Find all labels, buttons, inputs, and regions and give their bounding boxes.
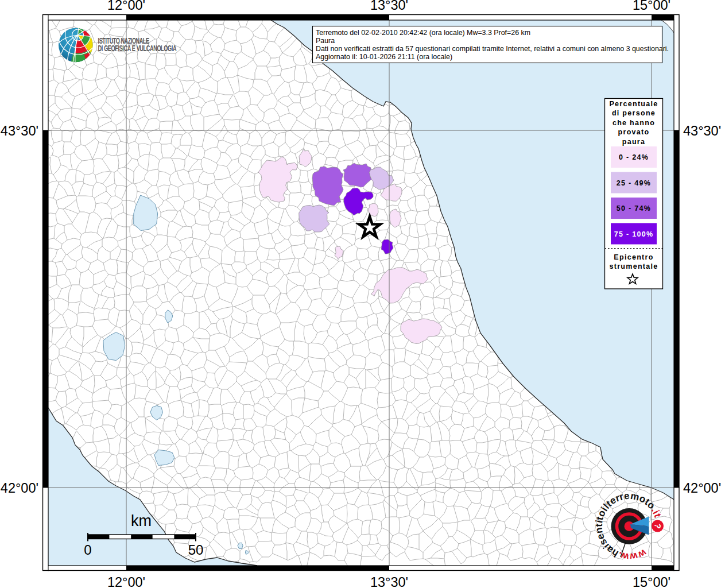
svg-text:12°00': 12°00' — [107, 575, 145, 588]
svg-text:Dati non verificati estratti d: Dati non verificati estratti da 57 quest… — [316, 45, 669, 53]
svg-text:75 - 100%: 75 - 100% — [614, 230, 654, 238]
svg-text:strumentale: strumentale — [609, 262, 658, 270]
svg-text:Percentuale: Percentuale — [609, 100, 658, 108]
svg-text:Terremoto del 02-02-2010 20:42: Terremoto del 02-02-2010 20:42:42 (ora l… — [316, 29, 530, 37]
svg-text:43°30': 43°30' — [1, 123, 38, 138]
svg-text:13°30': 13°30' — [370, 575, 408, 588]
svg-text:Epicentro: Epicentro — [614, 253, 653, 261]
svg-text:15°00': 15°00' — [633, 0, 670, 13]
svg-text:42°00': 42°00' — [1, 481, 38, 496]
svg-text:Aggiornato il: 10-01-2026 21:1: Aggiornato il: 10-01-2026 21:11 (ora loc… — [316, 53, 452, 61]
svg-text:km: km — [131, 512, 152, 529]
svg-text:43°30': 43°30' — [683, 123, 721, 138]
svg-text:13°30': 13°30' — [370, 0, 408, 13]
svg-text:42°00': 42°00' — [683, 481, 721, 496]
svg-text:50: 50 — [188, 542, 204, 558]
svg-text:che hanno: che hanno — [613, 119, 655, 127]
svg-text:15°00': 15°00' — [633, 575, 670, 588]
svg-text:12°00': 12°00' — [107, 0, 145, 13]
svg-text:provato: provato — [618, 128, 650, 136]
svg-text:paura: paura — [622, 138, 646, 146]
svg-text:0 - 24%: 0 - 24% — [619, 153, 649, 161]
svg-text:di persone: di persone — [612, 109, 656, 117]
svg-text:DI GEOFISICA E VULCANOLOGIA: DI GEOFISICA E VULCANOLOGIA — [98, 44, 177, 53]
svg-text:0: 0 — [84, 542, 91, 558]
svg-text:50 - 74%: 50 - 74% — [617, 204, 651, 212]
svg-text:25 - 49%: 25 - 49% — [617, 179, 651, 187]
svg-text:Paura: Paura — [316, 37, 335, 45]
